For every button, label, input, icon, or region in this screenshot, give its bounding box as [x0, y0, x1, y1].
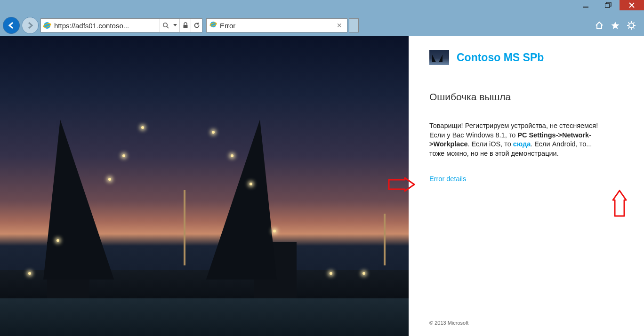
- ie-logo-icon: [41, 21, 53, 30]
- svg-line-17: [633, 23, 634, 24]
- svg-point-3: [44, 22, 50, 29]
- brand-header: Contoso MS SPb: [429, 50, 630, 65]
- browser-tab[interactable]: Error ✕: [206, 18, 347, 32]
- new-tab-button[interactable]: [349, 18, 359, 32]
- hero-image: [0, 36, 409, 336]
- error-panel: Contoso MS SPb Ошибочка вышла Товарищи! …: [409, 36, 644, 336]
- home-icon[interactable]: [594, 20, 604, 31]
- lock-icon[interactable]: [179, 19, 191, 32]
- svg-point-10: [629, 23, 634, 28]
- page-content: Contoso MS SPb Ошибочка вышла Товарищи! …: [0, 36, 644, 336]
- error-details-link[interactable]: Error details: [429, 175, 630, 183]
- tab-title: Error: [220, 22, 332, 30]
- svg-line-16: [633, 27, 634, 28]
- forward-button[interactable]: [22, 17, 39, 34]
- search-icon[interactable]: [160, 19, 171, 32]
- svg-rect-2: [605, 4, 610, 8]
- refresh-icon[interactable]: [191, 19, 202, 32]
- back-button[interactable]: [3, 17, 20, 34]
- restore-icon: [605, 2, 612, 8]
- error-body-text2: . Если iOS, то: [468, 140, 513, 148]
- address-bar-controls: [160, 19, 202, 32]
- copyright-text: © 2013 Microsoft: [429, 320, 630, 328]
- svg-line-18: [628, 27, 629, 28]
- svg-line-6: [167, 27, 169, 29]
- window-minimize-button[interactable]: [574, 0, 597, 10]
- favorites-icon[interactable]: [610, 20, 620, 31]
- navbar-right-controls: [594, 20, 641, 31]
- svg-rect-7: [183, 25, 187, 28]
- ios-link[interactable]: сюда: [513, 140, 531, 148]
- error-body: Товарищи! Регистрируем устройства, не ст…: [429, 121, 608, 158]
- tools-icon[interactable]: [626, 20, 636, 31]
- url-input[interactable]: [53, 22, 160, 30]
- window-restore-button[interactable]: [597, 0, 620, 10]
- arrow-left-icon: [7, 21, 16, 30]
- window-titlebar: [0, 0, 644, 15]
- svg-rect-0: [583, 7, 588, 8]
- error-heading: Ошибочка вышла: [429, 91, 630, 103]
- browser-navbar: Error ✕: [0, 15, 644, 36]
- brand-logo-icon: [429, 50, 449, 65]
- arrow-right-icon: [26, 21, 34, 30]
- svg-point-5: [163, 23, 167, 27]
- tab-close-button[interactable]: ✕: [335, 22, 344, 29]
- brand-title: Contoso MS SPb: [457, 51, 544, 64]
- minimize-icon: [583, 2, 588, 8]
- window-close-button[interactable]: [620, 0, 644, 10]
- annotation-arrow-up: [612, 189, 627, 219]
- dropdown-icon[interactable]: [171, 19, 179, 32]
- ie-logo-icon: [209, 21, 217, 30]
- svg-line-15: [628, 23, 629, 24]
- close-icon: [629, 2, 635, 8]
- address-bar[interactable]: [40, 18, 202, 32]
